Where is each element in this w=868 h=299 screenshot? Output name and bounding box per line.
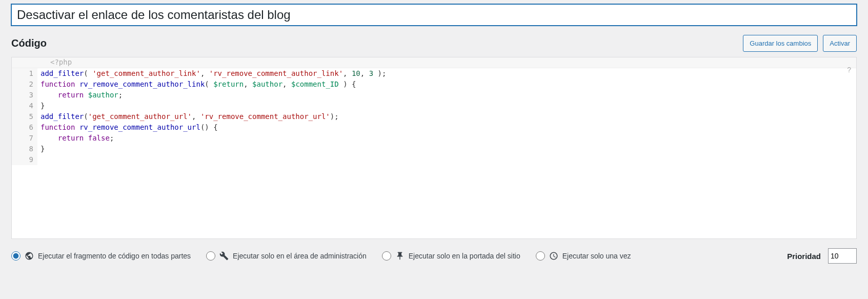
scope-once-radio[interactable] — [536, 251, 545, 261]
scope-admin-radio[interactable] — [206, 251, 215, 261]
php-open-tag: <?php — [12, 57, 856, 68]
scope-admin[interactable]: Ejecutar solo en el área de administraci… — [206, 251, 367, 261]
line-gutter: 123456789 — [12, 68, 37, 165]
code-section-title: Código — [11, 37, 47, 49]
scope-frontend-label: Ejecutar solo en la portada del sitio — [409, 252, 520, 260]
scope-everywhere[interactable]: Ejecutar el fragmento de código en todas… — [11, 251, 191, 261]
clock-icon — [549, 251, 558, 261]
scope-frontend-radio[interactable] — [382, 251, 391, 261]
scope-everywhere-label: Ejecutar el fragmento de código en todas… — [38, 252, 191, 260]
save-button[interactable]: Guardar los cambios — [743, 35, 818, 52]
scope-everywhere-radio[interactable] — [11, 251, 21, 261]
activate-button[interactable]: Activar — [823, 35, 857, 52]
wrench-icon — [219, 251, 229, 261]
priority-label: Prioridad — [787, 252, 821, 261]
scope-once-label: Ejecutar solo una vez — [562, 252, 631, 260]
code-content[interactable]: add_filter( 'get_comment_author_link', '… — [37, 68, 386, 165]
pushpin-icon — [395, 251, 405, 261]
scope-once[interactable]: Ejecutar solo una vez — [536, 251, 631, 261]
help-icon[interactable]: ? — [847, 66, 851, 74]
run-scope-group: Ejecutar el fragmento de código en todas… — [11, 251, 631, 261]
scope-admin-label: Ejecutar solo en el área de administraci… — [233, 252, 367, 260]
snippet-title-input[interactable] — [11, 4, 857, 26]
scope-frontend[interactable]: Ejecutar solo en la portada del sitio — [382, 251, 520, 261]
code-editor[interactable]: ? <?php 123456789 add_filter( 'get_comme… — [11, 57, 857, 239]
globe-icon — [25, 251, 34, 261]
priority-input[interactable] — [828, 248, 857, 264]
